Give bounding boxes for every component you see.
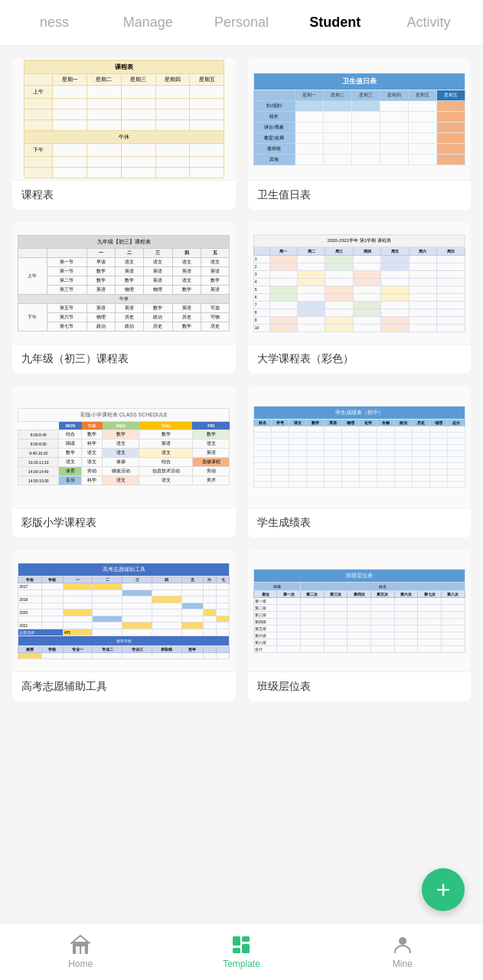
svg-rect-2 <box>81 946 85 954</box>
card-label-7: 高考志愿辅助工具 <box>12 672 236 701</box>
template-card-7[interactable]: 高考志愿辅助工具 年份学校一二三四五六七 2017 2019 2020 2021… <box>12 550 236 701</box>
thumbnail-1: 课程表 星期一星期二星期三星期四星期五 上午 午休 下午 <box>12 58 236 181</box>
nav-item-personal[interactable]: Personal <box>194 1 288 44</box>
plus-icon: + <box>436 877 451 902</box>
fab-button[interactable]: + <box>422 868 465 911</box>
template-icon <box>230 934 252 956</box>
card-label-6: 学生成绩表 <box>248 508 472 537</box>
thumbnail-7: 高考志愿辅助工具 年份学校一二三四五六七 2017 2019 2020 2021… <box>12 550 236 672</box>
bottom-nav-home[interactable]: Home <box>0 928 161 975</box>
main-content: 课程表 星期一星期二星期三星期四星期五 上午 午休 下午 <box>0 46 483 763</box>
nav-item-ness[interactable]: ness <box>8 1 101 44</box>
card-label-5: 彩版小学课程表 <box>12 508 236 537</box>
template-card-4[interactable]: 2020-2321学年 第1学期 课程表 周一周二周三周四周五周六周日 1 2 … <box>248 222 472 374</box>
nav-item-student[interactable]: Student <box>289 1 382 44</box>
top-navigation: ness Manage Personal Student Activity <box>0 0 483 46</box>
card-label-3: 九年级（初三）课程表 <box>12 345 236 374</box>
card-label-8: 班级层位表 <box>248 672 472 701</box>
nav-item-activity[interactable]: Activity <box>382 1 475 44</box>
home-label: Home <box>68 959 93 969</box>
bottom-navigation: Home Template Mine <box>0 923 483 980</box>
mine-label: Mine <box>393 959 413 969</box>
svg-rect-0 <box>73 942 88 954</box>
card-label-2: 卫生值日表 <box>248 181 472 210</box>
template-card-5[interactable]: 彩版小学课程表 CLASS SCHEDULE MON TUE WED THU F… <box>12 386 236 537</box>
template-card-1[interactable]: 课程表 星期一星期二星期三星期四星期五 上午 午休 下午 <box>12 58 236 210</box>
bottom-nav-template[interactable]: Template <box>161 928 321 975</box>
mine-icon <box>392 934 413 956</box>
template-card-6[interactable]: 学生成绩表（初中） 姓名学号语文数学英语 物理化学生物政治历史 地理总分 <box>248 386 472 537</box>
svg-point-7 <box>399 937 406 945</box>
thumbnail-3: 九年级【初三】课程表 一二三四五 上午第一节早读语文语文语文语文 第一节数学英语… <box>12 222 236 345</box>
bottom-nav-mine[interactable]: Mine <box>322 928 483 975</box>
svg-rect-5 <box>242 944 250 953</box>
template-card-8[interactable]: 班级层位表 班级 姓名 座位 第一次第二次第三次第四次第五次第六次第七次第八次 … <box>248 550 472 701</box>
thumbnail-4: 2020-2321学年 第1学期 课程表 周一周二周三周四周五周六周日 1 2 … <box>248 222 472 345</box>
template-card-2[interactable]: 卫生值日表 星期一星期二星期三星期四星期五星期五 扫/清扫 组长 讲台/黑板 <box>248 58 472 210</box>
thumbnail-6: 学生成绩表（初中） 姓名学号语文数学英语 物理化学生物政治历史 地理总分 <box>248 386 472 508</box>
template-card-3[interactable]: 九年级【初三】课程表 一二三四五 上午第一节早读语文语文语文语文 第一节数学英语… <box>12 222 236 374</box>
thumbnail-5: 彩版小学课程表 CLASS SCHEDULE MON TUE WED THU F… <box>12 386 236 508</box>
template-grid: 课程表 星期一星期二星期三星期四星期五 上午 午休 下午 <box>12 58 471 701</box>
svg-rect-3 <box>233 936 240 946</box>
svg-rect-1 <box>76 946 80 954</box>
home-icon <box>70 934 91 956</box>
card-label-1: 课程表 <box>12 181 236 210</box>
thumbnail-2: 卫生值日表 星期一星期二星期三星期四星期五星期五 扫/清扫 组长 讲台/黑板 <box>248 58 472 181</box>
thumbnail-8: 班级层位表 班级 姓名 座位 第一次第二次第三次第四次第五次第六次第七次第八次 … <box>248 550 472 672</box>
svg-rect-6 <box>233 948 240 953</box>
svg-rect-4 <box>242 936 250 942</box>
nav-item-manage[interactable]: Manage <box>101 1 194 44</box>
card-label-4: 大学课程表（彩色） <box>248 345 472 374</box>
template-label: Template <box>223 959 260 969</box>
